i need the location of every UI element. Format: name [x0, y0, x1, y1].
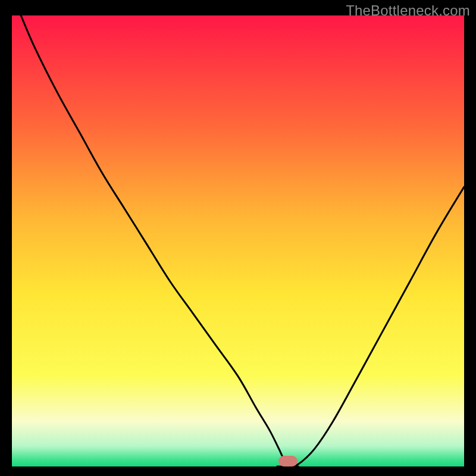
- bottleneck-marker: [278, 456, 298, 466]
- plot-area: [12, 15, 464, 466]
- watermark-text: TheBottleneck.com: [346, 2, 470, 19]
- plot-svg: [12, 15, 464, 466]
- chart-frame: TheBottleneck.com: [0, 0, 476, 476]
- gradient-background: [12, 15, 464, 466]
